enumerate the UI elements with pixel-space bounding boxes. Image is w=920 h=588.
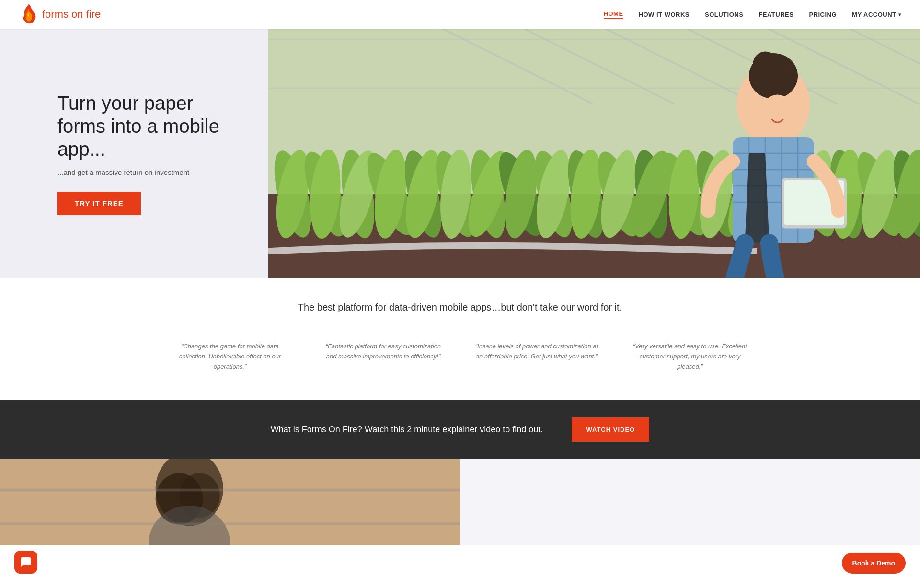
testimonial-item: “Fantastic platform for easy customizati… [321,342,446,371]
video-banner-text: What is Forms On Fire? Watch this 2 minu… [271,425,543,435]
header: forms on fire HOME HOW IT WORKS SOLUTION… [0,0,920,29]
nav-home[interactable]: HOME [604,10,623,19]
brand-name: forms on fire [42,8,101,21]
hero-section: Turn your paper forms into a mobile app.… [0,29,920,278]
chevron-down-icon: ▾ [898,12,901,17]
nav-solutions[interactable]: SOLUTIONS [705,11,743,18]
testimonials-section: “Changes the game for mobile data collec… [0,327,920,400]
testimonial-item: “Very versatile and easy to use. Excelle… [628,342,752,371]
video-banner: What is Forms On Fire? Watch this 2 minu… [0,400,920,459]
nav-features[interactable]: FEATURES [759,11,794,18]
main-nav: HOME HOW IT WORKS SOLUTIONS FEATURES PRI… [604,10,901,19]
bottom-right-area [460,459,920,545]
tagline-text: The best platform for data-driven mobile… [19,302,901,313]
watch-video-button[interactable]: WATCH VIDEO [572,417,649,442]
hero-title: Turn your paper forms into a mobile app.… [58,92,240,161]
hero-scene-graphic [268,29,920,278]
testimonial-item: “Changes the game for mobile data collec… [168,342,292,371]
flame-icon [19,4,37,25]
bottom-section [0,459,920,545]
nav-how-it-works[interactable]: HOW IT WORKS [639,11,690,18]
tagline-section: The best platform for data-driven mobile… [0,278,920,327]
testimonial-item: “Insane levels of power and customizatio… [474,342,599,371]
hero-left: Turn your paper forms into a mobile app.… [0,29,268,278]
hero-subtitle: ...and get a massive return on investmen… [58,168,240,176]
svg-rect-73 [0,489,460,492]
svg-rect-74 [0,523,460,526]
svg-point-54 [753,52,778,76]
try-it-free-button[interactable]: TRY IT FREE [58,192,141,215]
bottom-left-image [0,459,460,545]
svg-point-55 [761,95,794,131]
hero-image [268,29,920,278]
logo[interactable]: forms on fire [19,4,101,25]
nav-pricing[interactable]: PRICING [809,11,837,18]
nav-my-account[interactable]: MY ACCOUNT ▾ [852,11,901,18]
svg-rect-67 [0,459,460,545]
bottom-scene [0,459,460,545]
